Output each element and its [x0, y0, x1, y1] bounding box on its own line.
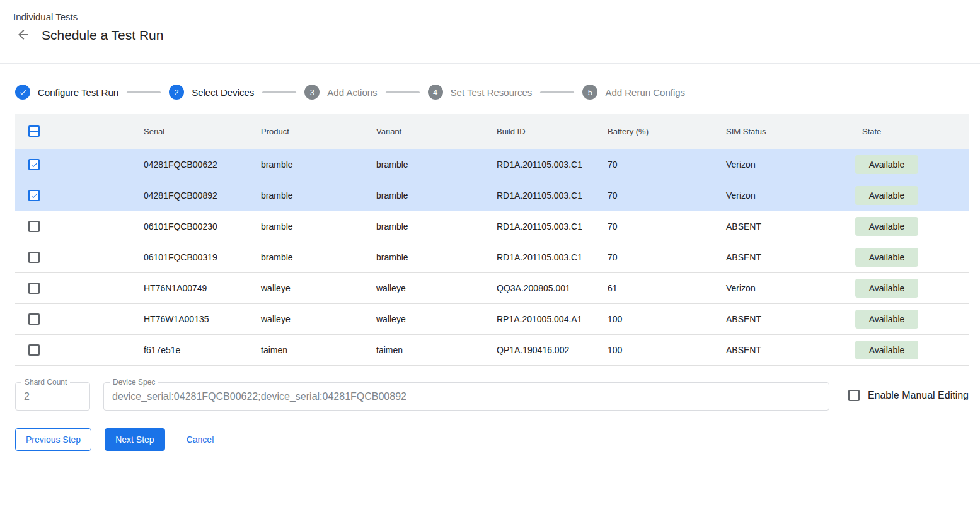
device-spec-field: Device Spec — [103, 382, 829, 411]
cell-sim-status: Verizon — [726, 190, 846, 201]
table-row[interactable]: 04281FQCB00622 bramble bramble RD1A.2011… — [15, 149, 969, 180]
cell-serial: HT76W1A00135 — [144, 314, 261, 324]
stepper-step-configure-test-run[interactable]: Configure Test Run — [15, 85, 118, 100]
table-row[interactable]: 06101FQCB00230 bramble bramble RD1A.2011… — [15, 211, 969, 242]
step-connector — [386, 91, 420, 93]
state-badge: Available — [855, 279, 918, 298]
back-button[interactable] — [16, 28, 31, 43]
row-checkbox[interactable] — [28, 190, 40, 201]
cell-build-id: RD1A.201105.003.C1 — [497, 221, 608, 231]
cell-product: walleye — [261, 314, 376, 324]
manual-editing-label: Enable Manual Editing — [868, 390, 969, 401]
cell-product: bramble — [261, 190, 376, 201]
step-label: Add Actions — [327, 87, 377, 98]
shard-count-label: Shard Count — [21, 378, 70, 387]
cell-serial: 06101FQCB00230 — [144, 221, 261, 231]
cell-variant: bramble — [376, 252, 497, 262]
arrow-back-icon — [16, 27, 31, 44]
cell-build-id: RD1A.201105.003.C1 — [497, 160, 608, 170]
next-step-button[interactable]: Next Step — [105, 428, 164, 451]
stepper: Configure Test Run2Select Devices3Add Ac… — [15, 85, 980, 100]
cell-battery: 70 — [608, 252, 726, 262]
step-label: Select Devices — [192, 87, 254, 98]
device-spec-input[interactable] — [104, 383, 829, 410]
device-spec-form: Shard Count Device Spec Enable Manual Ed… — [15, 382, 969, 411]
cell-build-id: QP1A.190416.002 — [497, 345, 608, 355]
shard-count-input[interactable] — [16, 383, 89, 410]
table-header-row: SerialProductVariantBuild IDBattery (%)S… — [15, 114, 969, 149]
cell-battery: 70 — [608, 160, 726, 170]
column-header-build-id: Build ID — [497, 127, 608, 136]
column-header-battery-%-: Battery (%) — [608, 127, 726, 136]
step-label: Set Test Resources — [451, 87, 533, 98]
cell-variant: walleye — [376, 283, 497, 293]
cell-sim-status: ABSENT — [726, 314, 846, 324]
row-checkbox[interactable] — [28, 313, 40, 325]
cell-build-id: QQ3A.200805.001 — [497, 283, 608, 293]
manual-editing-checkbox[interactable] — [848, 390, 860, 401]
cell-serial: 04281FQCB00892 — [144, 190, 261, 201]
device-spec-label: Device Spec — [110, 378, 158, 387]
enable-manual-editing-toggle[interactable]: Enable Manual Editing — [848, 390, 969, 401]
step-connector — [127, 91, 161, 93]
action-bar: Previous Step Next Step Cancel — [15, 428, 980, 451]
state-badge: Available — [855, 341, 918, 359]
row-checkbox[interactable] — [28, 221, 40, 232]
row-checkbox[interactable] — [28, 252, 40, 263]
cell-serial: 04281FQCB00622 — [144, 160, 261, 170]
cell-battery: 61 — [608, 283, 726, 293]
step-connector — [540, 91, 574, 93]
row-checkbox[interactable] — [28, 344, 40, 356]
table-row[interactable]: HT76W1A00135 walleye walleye RP1A.201005… — [15, 304, 969, 335]
cell-serial: HT76N1A00749 — [144, 283, 261, 293]
table-row[interactable]: f617e51e taimen taimen QP1A.190416.002 1… — [15, 335, 969, 366]
column-header-product: Product — [261, 127, 376, 136]
cell-variant: bramble — [376, 221, 497, 231]
table-row[interactable]: 04281FQCB00892 bramble bramble RD1A.2011… — [15, 180, 969, 211]
step-number: 5 — [582, 85, 597, 100]
column-header-state: State — [846, 127, 969, 136]
stepper-step-set-test-resources[interactable]: 4Set Test Resources — [428, 85, 533, 100]
cell-product: bramble — [261, 160, 376, 170]
cell-product: bramble — [261, 221, 376, 231]
state-badge: Available — [855, 310, 918, 329]
state-badge: Available — [855, 155, 918, 174]
select-all-checkbox[interactable] — [28, 125, 40, 137]
column-header-serial: Serial — [144, 127, 261, 136]
cell-build-id: RD1A.201105.003.C1 — [497, 190, 608, 201]
breadcrumb: Individual Tests — [13, 11, 980, 22]
device-table: SerialProductVariantBuild IDBattery (%)S… — [15, 114, 969, 366]
cell-battery: 100 — [608, 314, 726, 324]
cell-battery: 100 — [608, 345, 726, 355]
page-title: Schedule a Test Run — [42, 28, 163, 43]
row-checkbox[interactable] — [28, 159, 40, 170]
cell-variant: bramble — [376, 190, 497, 201]
previous-step-button[interactable]: Previous Step — [15, 428, 91, 451]
step-number: 2 — [169, 85, 184, 100]
cell-battery: 70 — [608, 221, 726, 231]
cell-product: bramble — [261, 252, 376, 262]
table-body: 04281FQCB00622 bramble bramble RD1A.2011… — [15, 149, 969, 366]
stepper-step-add-rerun-configs[interactable]: 5Add Rerun Configs — [582, 85, 685, 100]
cell-variant: taimen — [376, 345, 497, 355]
step-connector — [262, 91, 296, 93]
cell-product: taimen — [261, 345, 376, 355]
cancel-button[interactable]: Cancel — [176, 428, 224, 451]
cell-sim-status: Verizon — [726, 160, 846, 170]
cell-sim-status: ABSENT — [726, 252, 846, 262]
cell-sim-status: ABSENT — [726, 345, 846, 355]
cell-product: walleye — [261, 283, 376, 293]
step-number: 3 — [304, 85, 320, 100]
cell-serial: 06101FQCB00319 — [144, 252, 261, 262]
state-badge: Available — [855, 248, 918, 267]
step-label: Configure Test Run — [38, 87, 118, 98]
row-checkbox[interactable] — [28, 283, 40, 294]
table-row[interactable]: HT76N1A00749 walleye walleye QQ3A.200805… — [15, 273, 969, 304]
stepper-step-add-actions[interactable]: 3Add Actions — [304, 85, 377, 100]
state-badge: Available — [855, 186, 918, 205]
cell-variant: walleye — [376, 314, 497, 324]
stepper-step-select-devices[interactable]: 2Select Devices — [169, 85, 254, 100]
table-row[interactable]: 06101FQCB00319 bramble bramble RD1A.2011… — [15, 242, 969, 273]
cell-build-id: RD1A.201105.003.C1 — [497, 252, 608, 262]
cell-sim-status: Verizon — [726, 283, 846, 293]
